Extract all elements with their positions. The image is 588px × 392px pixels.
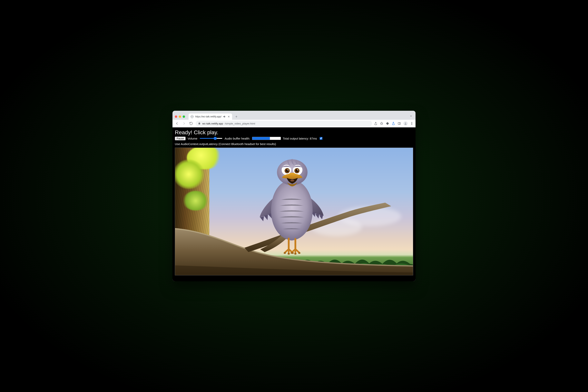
latency-label: Total output latency: 87ms [283,137,317,140]
svg-point-21 [290,180,294,182]
volume-slider[interactable] [200,138,222,139]
svg-point-9 [290,252,292,254]
svg-point-3 [412,122,412,123]
globe-icon [190,115,194,118]
svg-point-5 [412,124,412,125]
extensions-icon[interactable] [386,122,389,125]
close-tab-icon[interactable] [227,115,230,118]
svg-rect-1 [398,122,400,125]
url-path: /simple_video_player.html [224,122,255,125]
scene-bird [259,158,324,260]
pause-button[interactable]: Pause [175,136,186,140]
svg-point-4 [412,123,412,124]
svg-point-10 [294,253,296,254]
volume-label: Volume [188,137,197,140]
browser-window: https://wc-talk.netlify.app/ wc-talk.net… [172,111,416,281]
toolbar-actions [374,121,414,126]
buffer-meter-fill [252,137,270,140]
minimize-window-button[interactable] [179,116,181,118]
svg-rect-0 [198,123,200,124]
svg-point-11 [298,252,300,254]
svg-point-6 [284,252,286,254]
new-tab-button[interactable] [234,114,239,119]
profile-avatar[interactable] [403,121,408,126]
scene-foliage [183,191,208,210]
tab-strip: https://wc-talk.netlify.app/ [172,111,416,120]
reload-button[interactable] [188,121,194,126]
buffer-label: Audio buffer health: [224,137,250,140]
svg-point-2 [405,122,406,124]
back-button[interactable] [174,121,180,126]
page-content: Ready! Click play. Pause Volume Audio bu… [172,128,416,281]
browser-toolbar: wc-talk.netlify.app/simple_video_player.… [172,120,416,128]
bookmark-star-icon[interactable] [380,122,384,125]
output-latency-checkbox[interactable] [320,137,322,140]
tab-list-button[interactable] [410,115,412,118]
browser-tab[interactable]: https://wc-talk.netlify.app/ [188,114,232,120]
tab-title: https://wc-talk.netlify.app/ [195,115,222,118]
share-icon[interactable] [374,122,378,125]
svg-point-20 [297,170,298,170]
window-controls [175,116,185,118]
svg-point-19 [288,170,288,170]
fullscreen-window-button[interactable] [183,116,185,118]
buffer-meter [252,137,281,140]
svg-point-7 [288,253,290,254]
page-heading: Ready! Click play. [172,129,416,136]
forward-button[interactable] [182,121,186,126]
labs-flask-icon[interactable] [392,122,395,125]
player-controls: Pause Volume Audio buffer health: Total … [172,136,416,146]
video-frame[interactable] [175,148,413,276]
output-latency-label: Use AudioContext.outputLatency (Connect … [175,142,276,146]
close-window-button[interactable] [175,116,177,118]
address-bar[interactable]: wc-talk.netlify.app/simple_video_player.… [196,121,372,126]
url-host: wc-talk.netlify.app [202,122,223,125]
side-panel-icon[interactable] [398,122,401,125]
kebab-menu-icon[interactable] [410,122,414,125]
lock-icon [198,122,201,125]
audio-playing-icon[interactable] [223,115,226,118]
